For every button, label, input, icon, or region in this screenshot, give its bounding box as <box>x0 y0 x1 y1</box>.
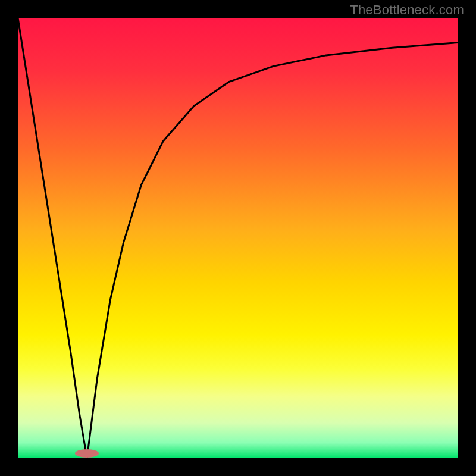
optimal-marker <box>75 449 99 458</box>
plot-svg <box>18 18 458 458</box>
plot-area <box>18 18 458 458</box>
chart-frame: TheBottleneck.com <box>0 0 476 476</box>
watermark-text: TheBottleneck.com <box>350 2 464 18</box>
gradient-background <box>18 18 458 458</box>
